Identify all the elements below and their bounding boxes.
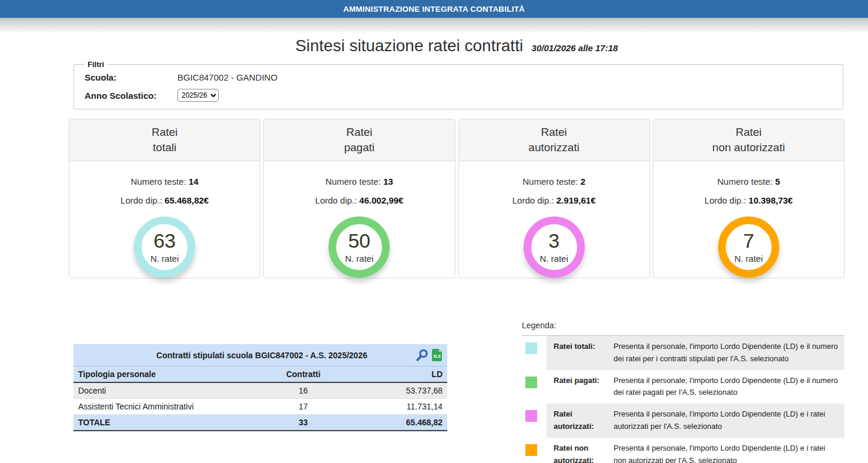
- ratei-count: 7: [743, 231, 754, 252]
- page-title-block: Sintesi situazione ratei contratti 30/01…: [69, 35, 844, 56]
- card-header: Ratei non autorizzati: [653, 119, 844, 161]
- card-body: Numero teste: 14 Lordo dip.: 65.468,82€ …: [69, 161, 260, 278]
- filters-panel: Filtri Scuola: BGIC847002 - GANDINO Anno…: [73, 60, 843, 109]
- header-gradient: [0, 18, 868, 34]
- app-title: AMMINISTRAZIONE INTEGRATA CONTABILITÀ: [343, 5, 525, 14]
- card-title-line2: non autorizzati: [653, 140, 844, 155]
- lordo-dipendente: Lordo dip.: 65.468,82€: [69, 195, 260, 205]
- cell-contratti: 17: [253, 399, 354, 415]
- legend-item-ratei-totali: Ratei totali: Presenta il personale, l'i…: [522, 336, 844, 370]
- summary-cards: Ratei totali Numero teste: 14 Lordo dip.…: [69, 119, 844, 278]
- page-datetime: 30/01/2026 alle 17:18: [532, 43, 618, 53]
- legend-title: Legenda:: [522, 321, 844, 330]
- legend-item-ratei-pagati: Ratei pagati: Presenta il personale, l'i…: [522, 370, 844, 404]
- contracts-table-title: Contratti stipulati scuola BGIC847002 - …: [78, 351, 415, 360]
- table-row-ata: Assistenti Tecnici Amministrativi 17 11.…: [73, 399, 447, 415]
- ratei-count: 63: [153, 231, 176, 252]
- lordo-dipendente: Lordo dip.: 2.919,61€: [459, 195, 649, 205]
- card-title-line2: pagati: [264, 140, 454, 155]
- cell-tipologia: Docenti: [73, 382, 253, 399]
- card-ratei-totali: Ratei totali Numero teste: 14 Lordo dip.…: [69, 119, 260, 278]
- numero-teste: Numero teste: 5: [653, 176, 844, 186]
- ratei-count-label: N. ratei: [735, 254, 763, 264]
- numero-teste: Numero teste: 2: [459, 176, 649, 186]
- legend-description: Presenta il personale, l'importo Lordo D…: [605, 408, 839, 433]
- card-header: Ratei totali: [69, 119, 260, 161]
- search-icon[interactable]: [415, 348, 429, 362]
- card-ratei-autorizzati: Ratei autorizzati Numero teste: 2 Lordo …: [458, 119, 650, 278]
- card-header: Ratei pagati: [264, 119, 454, 161]
- ratei-non-autorizzati-swatch: [525, 444, 537, 456]
- scuola-label: Scuola:: [85, 72, 177, 82]
- cell-ld: 11.731,14: [354, 399, 447, 415]
- card-ratei-pagati: Ratei pagati Numero teste: 13 Lordo dip.…: [263, 119, 455, 278]
- cell-ld-totale: 65.468,82: [354, 415, 447, 431]
- card-header: Ratei autorizzati: [459, 119, 649, 161]
- xls-export-icon[interactable]: XLS: [431, 348, 443, 362]
- legend-label: Ratei totali:: [554, 341, 605, 365]
- card-title-line1: Ratei: [264, 125, 454, 140]
- cell-contratti-totale: 33: [253, 415, 354, 431]
- ratei-count: 50: [348, 231, 370, 252]
- legend-item-ratei-non-autorizzati: Ratei non autorizzati: Presenta il perso…: [522, 438, 844, 463]
- legend-description: Presenta il personale, l'importo Lordo D…: [605, 442, 839, 463]
- ratei-count-circle: 7 N. ratei: [718, 216, 779, 278]
- card-title-line1: Ratei: [69, 125, 260, 140]
- ratei-count-circle: 50 N. ratei: [329, 216, 390, 278]
- card-title-line2: totali: [69, 140, 260, 155]
- card-title-line1: Ratei: [653, 125, 844, 140]
- filter-row-scuola: Scuola: BGIC847002 - GANDINO: [85, 72, 836, 82]
- ratei-count-label: N. ratei: [345, 254, 373, 264]
- contracts-table: Contratti stipulati scuola BGIC847002 - …: [73, 344, 447, 431]
- ratei-count-label: N. ratei: [150, 254, 179, 264]
- legend-label: Ratei autorizzati:: [554, 408, 605, 433]
- ratei-count-circle: 3 N. ratei: [524, 216, 585, 278]
- card-body: Numero teste: 2 Lordo dip.: 2.919,61€ 3 …: [459, 161, 649, 278]
- cell-contratti: 16: [253, 382, 354, 399]
- legend-panel: Legenda: Ratei totali: Presenta il perso…: [522, 321, 844, 463]
- ratei-count-label: N. ratei: [539, 254, 568, 264]
- filter-row-anno: Anno Scolastico: 2025/26: [85, 89, 836, 102]
- ratei-totali-swatch: [525, 342, 537, 354]
- legend-description: Presenta il personale, l'importo Lordo D…: [605, 341, 839, 365]
- cell-ld: 53.737,68: [354, 382, 447, 399]
- lordo-dipendente: Lordo dip.: 10.398,73€: [653, 195, 844, 205]
- numero-teste: Numero teste: 14: [69, 176, 260, 186]
- legend-description: Presenta il personale, l'importo Lordo D…: [605, 375, 839, 399]
- card-ratei-non-autorizzati: Ratei non autorizzati Numero teste: 5 Lo…: [653, 119, 844, 278]
- page-title: Sintesi situazione ratei contratti: [296, 36, 524, 55]
- table-row-docenti: Docenti 16 53.737,68: [73, 382, 447, 399]
- ratei-pagati-swatch: [525, 377, 537, 388]
- lordo-dipendente: Lordo dip.: 46.002,99€: [264, 195, 454, 205]
- ratei-autorizzati-swatch: [525, 410, 537, 422]
- legend-label: Ratei pagati:: [554, 375, 605, 399]
- ratei-count-circle: 63 N. ratei: [134, 216, 195, 278]
- card-title-line2: autorizzati: [459, 140, 649, 155]
- anno-scolastico-label: Anno Scolastico:: [85, 91, 177, 101]
- card-body: Numero teste: 5 Lordo dip.: 10.398,73€ 7…: [653, 161, 844, 278]
- cell-tipologia: Assistenti Tecnici Amministrativi: [73, 399, 253, 415]
- anno-scolastico-select[interactable]: 2025/26: [177, 89, 219, 102]
- cell-tipologia-totale: TOTALE: [73, 415, 253, 431]
- scuola-value: BGIC847002 - GANDINO: [177, 72, 277, 82]
- card-title-line1: Ratei: [459, 125, 649, 140]
- column-header-ld: LD: [354, 367, 447, 383]
- column-header-tipologia: Tipologia personale: [73, 367, 253, 383]
- contracts-table-panel: Contratti stipulati scuola BGIC847002 - …: [69, 321, 447, 463]
- card-body: Numero teste: 13 Lordo dip.: 46.002,99€ …: [264, 161, 454, 278]
- legend-table: Ratei totali: Presenta il personale, l'i…: [522, 335, 844, 463]
- numero-teste: Numero teste: 13: [264, 176, 454, 186]
- filters-legend: Filtri: [85, 60, 107, 69]
- legend-item-ratei-autorizzati: Ratei autorizzati: Presenta il personale…: [522, 404, 844, 438]
- legend-label: Ratei non autorizzati:: [554, 442, 605, 463]
- column-header-contratti: Contratti: [253, 367, 354, 383]
- ratei-count: 3: [548, 231, 559, 252]
- table-row-totale: TOTALE 33 65.468,82: [73, 415, 447, 431]
- app-header: AMMINISTRAZIONE INTEGRATA CONTABILITÀ: [0, 0, 868, 18]
- svg-text:XLS: XLS: [433, 354, 441, 358]
